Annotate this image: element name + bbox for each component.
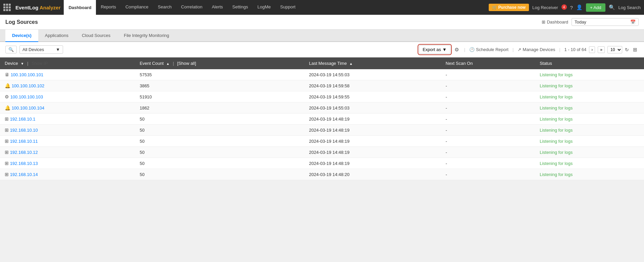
table-row: ⚙ 100.100.100.103519102024-03-19 14:59:5… [0, 91, 644, 102]
add-button[interactable]: + Add [586, 3, 605, 12]
nav-tab-alerts[interactable]: Alerts [207, 0, 227, 15]
table-row: ⊞ 192.168.10.13502024-03-19 14:48:19-Lis… [0, 158, 644, 169]
nav-tab-search[interactable]: Search [153, 0, 176, 15]
cell-status: Listening for logs [535, 80, 644, 91]
app-logo: EventLog Analyzer [15, 5, 60, 10]
cell-status: Listening for logs [535, 147, 644, 158]
external-link-icon: ↗ [518, 47, 521, 52]
cell-status: Listening for logs [535, 102, 644, 114]
cell-last-message: 2024-03-19 14:48:19 [304, 125, 441, 136]
table-row: ⊞ 192.168.10.14502024-03-19 14:48:20-Lis… [0, 169, 644, 180]
sort-icon: ▲ [350, 62, 353, 66]
last-page-button[interactable]: » [598, 46, 605, 53]
os-icon: 🔔 [5, 105, 10, 111]
table-row: 🔔 100.100.100.10238652024-03-19 14:59:58… [0, 80, 644, 91]
table-row: 🔔 100.100.100.10418622024-03-19 14:55:03… [0, 102, 644, 114]
table-toolbar: 🔍 All Devices ▼ Export as ▼ ⚙ | 🕐 Schedu… [0, 42, 644, 57]
col-event-count[interactable]: Event Count ▲ | [Show all] [135, 57, 304, 69]
cell-event-count: 50 [135, 114, 304, 125]
header-right: ⊞ Dashboard Today 📅 [542, 18, 639, 26]
tab-file-integrity[interactable]: File Integrity Monitoring [117, 30, 176, 42]
help-icon[interactable]: ? [570, 5, 573, 10]
device-link[interactable]: 192.168.10.10 [10, 128, 38, 133]
cell-event-count: 50 [135, 136, 304, 147]
cell-last-message: 2024-03-19 14:55:03 [304, 102, 441, 114]
tab-applications[interactable]: Applications [38, 30, 75, 42]
cell-device: 🔔 100.100.100.104 [0, 102, 135, 114]
cell-device: 🖥 100.100.100.101 [0, 69, 135, 80]
device-link[interactable]: 192.168.10.11 [10, 139, 38, 144]
export-settings-icon[interactable]: ⚙ [453, 46, 460, 53]
user-icon[interactable]: 👤 [576, 4, 583, 10]
device-link[interactable]: 192.168.10.13 [10, 161, 38, 166]
os-icon: ⊞ [5, 161, 9, 166]
nav-tab-compliance[interactable]: Compliance [121, 0, 153, 15]
device-link[interactable]: 100.100.100.104 [12, 105, 45, 111]
device-link[interactable]: 100.100.100.101 [11, 72, 44, 77]
os-icon: ⊞ [5, 172, 9, 177]
dashboard-link[interactable]: ⊞ Dashboard [542, 19, 568, 25]
os-icon: ⊞ [5, 116, 9, 122]
dropdown-arrow-icon: ▼ [442, 47, 447, 52]
device-link[interactable]: 192.168.10.1 [10, 117, 36, 122]
os-icon: ⊞ [5, 149, 9, 155]
cell-device: ⊞ 192.168.10.1 [0, 114, 135, 125]
device-link[interactable]: 100.100.100.102 [12, 83, 45, 88]
toolbar-right: Export as ▼ ⚙ | 🕐 Schedule Report | ↗ Ma… [419, 45, 639, 54]
device-filter-select[interactable]: All Devices ▼ [19, 45, 63, 54]
cell-event-count: 3865 [135, 80, 304, 91]
next-page-button[interactable]: › [589, 46, 595, 53]
cell-last-message: 2024-03-19 14:48:19 [304, 158, 441, 169]
cell-next-scan: - [441, 158, 535, 169]
cell-device: ⚙ 100.100.100.103 [0, 91, 135, 102]
search-input-wrap[interactable]: 🔍 [5, 46, 17, 53]
dashboard-icon: ⊞ [542, 19, 545, 25]
cell-next-scan: - [441, 136, 535, 147]
nav-tab-settings[interactable]: Settings [228, 0, 253, 15]
cell-status: Listening for logs [535, 169, 644, 180]
cell-next-scan: - [441, 114, 535, 125]
cell-next-scan: - [441, 125, 535, 136]
export-button[interactable]: Export as ▼ [419, 45, 450, 54]
refresh-button[interactable]: ↻ [625, 47, 629, 52]
date-selector[interactable]: Today 📅 [572, 18, 639, 26]
cell-next-scan: - [441, 69, 535, 80]
cell-event-count: 50 [135, 147, 304, 158]
cell-next-scan: - [441, 102, 535, 114]
cell-device: ⊞ 192.168.10.11 [0, 136, 135, 147]
cell-device: ⊞ 192.168.10.14 [0, 169, 135, 180]
page-title: Log Sources [5, 19, 38, 25]
log-receiver-link[interactable]: Log Receiver [532, 5, 558, 10]
notification-badge[interactable]: 4 [561, 4, 567, 10]
device-link[interactable]: 192.168.10.12 [10, 150, 38, 155]
cell-device: ⊞ 192.168.10.12 [0, 147, 135, 158]
cell-next-scan: - [441, 169, 535, 180]
col-device[interactable]: Device ▼ | Show IP [0, 57, 135, 69]
log-search-button[interactable]: Log Search [619, 5, 641, 10]
col-last-message[interactable]: Last Message Time ▲ [304, 57, 441, 69]
per-page-select[interactable]: 10 [607, 46, 622, 53]
tab-devices[interactable]: Device(s) [5, 30, 38, 42]
os-icon: 🔔 [5, 83, 10, 88]
search-icon[interactable]: 🔍 [609, 4, 615, 10]
device-link[interactable]: 100.100.100.103 [10, 94, 43, 99]
cell-event-count: 57535 [135, 69, 304, 80]
nav-tab-support[interactable]: Support [275, 0, 300, 15]
nav-tab-reports[interactable]: Reports [96, 0, 121, 15]
cell-status: Listening for logs [535, 114, 644, 125]
nav-tab-correlation[interactable]: Correlation [176, 0, 207, 15]
col-next-scan: Next Scan On [441, 57, 535, 69]
manage-devices-button[interactable]: ↗ Manage Devices [518, 47, 555, 52]
nav-tab-logme[interactable]: LogMe [253, 0, 276, 15]
schedule-report-button[interactable]: 🕐 Schedule Report [469, 47, 508, 52]
page-header: Log Sources ⊞ Dashboard Today 📅 [0, 15, 644, 30]
nav-tab-dashboard[interactable]: Dashboard [64, 0, 96, 15]
table-row: 🖥 100.100.100.101575352024-03-19 14:55:0… [0, 69, 644, 80]
grid-icon[interactable] [3, 4, 11, 11]
device-link[interactable]: 192.168.10.14 [10, 172, 38, 177]
tab-cloud-sources[interactable]: Cloud Sources [75, 30, 117, 42]
cell-next-scan: - [441, 91, 535, 102]
calendar-icon: 📅 [630, 19, 636, 25]
column-settings-icon[interactable]: ⊞ [632, 46, 639, 53]
purchase-now-button[interactable]: 🛒 Purchase now [489, 4, 529, 11]
